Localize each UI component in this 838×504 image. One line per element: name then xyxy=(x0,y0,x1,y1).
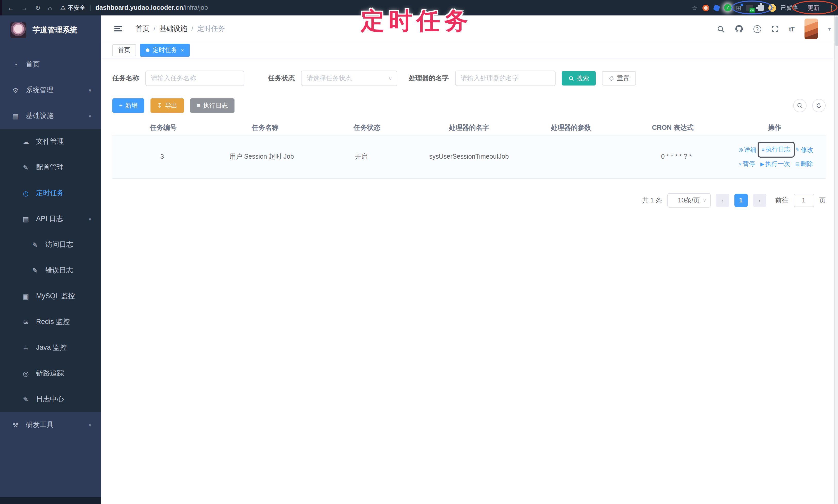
fullscreen-icon[interactable] xyxy=(771,25,779,33)
extension-green-icon[interactable]: ✓ xyxy=(724,4,731,11)
edit-icon: ✎ xyxy=(796,145,800,154)
security-badge[interactable]: ⚠ 不安全 xyxy=(60,4,86,12)
prev-page-button[interactable]: ‹ xyxy=(716,194,729,207)
extensions-puzzle-icon[interactable] xyxy=(757,5,764,11)
doc-edit-icon: ✎ xyxy=(31,241,39,249)
action-exec-log-link[interactable]: ≡ 执行日志 xyxy=(762,144,790,155)
github-icon[interactable] xyxy=(735,25,743,33)
sidebar-item-config-manage[interactable]: ✎ 配置管理 xyxy=(0,155,101,180)
breadcrumb-home[interactable]: 首页 xyxy=(136,24,150,33)
page-1-button[interactable]: 1 xyxy=(734,194,748,207)
toolbar: + 新增 ↧ 导出 ≡ 执行日志 xyxy=(112,98,826,113)
breadcrumb-infra[interactable]: 基础设施 xyxy=(159,24,187,33)
browser-home-icon[interactable]: ⌂ xyxy=(48,4,52,12)
sidebar-item-home[interactable]: ◔ 首页 xyxy=(0,52,101,77)
refresh-icon-button[interactable] xyxy=(812,99,826,112)
extension-blue-icon[interactable] xyxy=(713,4,720,11)
export-button[interactable]: ↧ 导出 xyxy=(151,98,184,113)
url-host[interactable]: dashboard.yudao.iocoder.cn xyxy=(95,4,183,11)
sidebar-item-infra[interactable]: ▦ 基础设施 ∧ xyxy=(0,103,101,129)
sidebar-item-mysql-monitor[interactable]: ▣ MySQL 监控 xyxy=(0,283,101,309)
tab-pauser-extension-icon[interactable]: ☺ xyxy=(768,4,776,12)
action-pause-link[interactable]: × 暂停 xyxy=(739,159,755,169)
tab-home[interactable]: 首页 xyxy=(112,44,136,56)
sidebar-item-tracing[interactable]: ◎ 链路追踪 xyxy=(0,361,101,386)
sidebar-item-log-center[interactable]: ✎ 日志中心 xyxy=(0,386,101,412)
sidebar-item-system[interactable]: ⚙ 系统管理 ∨ xyxy=(0,77,101,103)
table-tools xyxy=(793,99,826,112)
browser-reload-icon[interactable]: ↻ xyxy=(35,4,41,12)
sidebar-item-label: 文件管理 xyxy=(36,137,64,146)
page-size-select[interactable]: 10条/页 ∨ xyxy=(667,193,711,208)
next-page-button[interactable]: › xyxy=(753,194,766,207)
scrollbar-thumb[interactable] xyxy=(835,17,838,46)
action-detail-link[interactable]: ◎ 详细 xyxy=(738,144,756,155)
sidebar-item-redis-monitor[interactable]: ≋ Redis 监控 xyxy=(0,309,101,335)
sidebar-item-label: 定时任务 xyxy=(36,188,64,198)
sidebar-item-label: 访问日志 xyxy=(45,240,73,249)
user-caret-down-icon[interactable]: ▾ xyxy=(828,26,831,32)
reset-button[interactable]: 重置 xyxy=(602,71,636,86)
sidebar-item-label: 系统管理 xyxy=(26,86,54,95)
sidebar-item-dev-tools[interactable]: ⚒ 研发工具 ∨ xyxy=(0,412,101,438)
show-search-icon-button[interactable] xyxy=(793,99,806,112)
action-edit-link[interactable]: ✎ 修改 xyxy=(796,144,813,155)
goto-label: 前往 xyxy=(775,196,788,205)
browser-update-button[interactable]: 更新 xyxy=(808,4,819,12)
list-icon: ≡ xyxy=(762,145,765,154)
tab-label: 定时任务 xyxy=(153,46,177,54)
action-label: 删除 xyxy=(801,159,813,169)
sidebar-item-label: 配置管理 xyxy=(36,163,64,172)
exec-log-button-label: 执行日志 xyxy=(203,101,228,110)
browser-back-icon[interactable]: ← xyxy=(7,4,14,12)
col-actions: 操作 xyxy=(724,123,826,132)
sidebar-item-file-manage[interactable]: ☁ 文件管理 xyxy=(0,129,101,155)
goto-page-input[interactable] xyxy=(793,194,814,207)
jobs-table: 任务编号 任务名称 任务状态 处理器的名字 处理器的参数 CRON 表达式 操作… xyxy=(112,120,826,179)
eye-icon: ◎ xyxy=(22,370,30,377)
browser-scrollbar[interactable] xyxy=(834,15,838,504)
sidebar-item-label: 日志中心 xyxy=(36,395,64,404)
table-row[interactable]: 3 用户 Session 超时 Job 开启 sysUserSessionTim… xyxy=(112,136,826,179)
breadcrumb-separator: / xyxy=(154,25,155,32)
divider: | xyxy=(90,4,91,11)
notification-dot xyxy=(740,3,743,6)
action-run-once-link[interactable]: ▶ 执行一次 xyxy=(761,159,790,169)
sidebar-item-api-log[interactable]: ▤ API 日志 ∧ xyxy=(0,206,101,232)
sidebar-item-java-monitor[interactable]: ☕ Java 监控 xyxy=(0,335,101,361)
breadcrumb-current: 定时任务 xyxy=(197,24,225,33)
job-name-input[interactable] xyxy=(145,71,244,86)
user-avatar[interactable] xyxy=(804,19,818,39)
breadcrumb: 首页 / 基础设施 / 定时任务 xyxy=(136,24,225,33)
sidebar-item-scheduled-jobs[interactable]: ◷ 定时任务 xyxy=(0,180,101,206)
url-path[interactable]: /infra/job xyxy=(183,4,208,11)
active-dot xyxy=(146,48,150,52)
sidebar-item-error-log[interactable]: ✎ 错误日志 xyxy=(0,257,101,283)
sidebar-item-label: 错误日志 xyxy=(45,266,73,275)
export-button-label: 导出 xyxy=(165,101,177,110)
extension-switch-icon[interactable]: on xyxy=(746,4,753,11)
col-handler-name: 处理器的名字 xyxy=(418,123,520,132)
search-button[interactable]: 搜索 xyxy=(562,71,596,86)
tab-close-icon[interactable]: × xyxy=(181,47,184,53)
app-logo[interactable]: 芋道管理系统 xyxy=(0,15,101,44)
page-size-value: 10条/页 xyxy=(678,196,700,205)
font-size-icon[interactable]: tT xyxy=(789,25,794,33)
job-status-select[interactable]: 请选择任务状态 ∨ xyxy=(301,71,397,86)
bookmark-star-icon[interactable]: ☆ xyxy=(692,4,698,12)
action-delete-link[interactable]: ⊟ 删除 xyxy=(795,159,813,169)
extension-grid-icon[interactable]: ⊞ xyxy=(736,4,741,11)
tab-scheduled-jobs[interactable]: 定时任务 × xyxy=(140,43,190,56)
handler-name-input[interactable] xyxy=(455,71,556,86)
cloud-upload-icon: ☁ xyxy=(22,138,30,145)
search-icon[interactable] xyxy=(717,25,724,33)
pagination: 共 1 条 10条/页 ∨ ‹ 1 › 前往 页 xyxy=(112,193,826,208)
exec-log-button[interactable]: ≡ 执行日志 xyxy=(190,98,234,113)
browser-forward-icon[interactable]: → xyxy=(21,4,28,12)
sidebar-item-access-log[interactable]: ✎ 访问日志 xyxy=(0,232,101,257)
browser-menu-icon[interactable]: ⋮ xyxy=(828,4,835,12)
help-icon[interactable]: ? xyxy=(753,25,761,33)
add-button[interactable]: + 新增 xyxy=(112,98,144,113)
collapse-menu-icon[interactable] xyxy=(115,26,122,32)
extension-orange-icon[interactable] xyxy=(702,4,709,11)
